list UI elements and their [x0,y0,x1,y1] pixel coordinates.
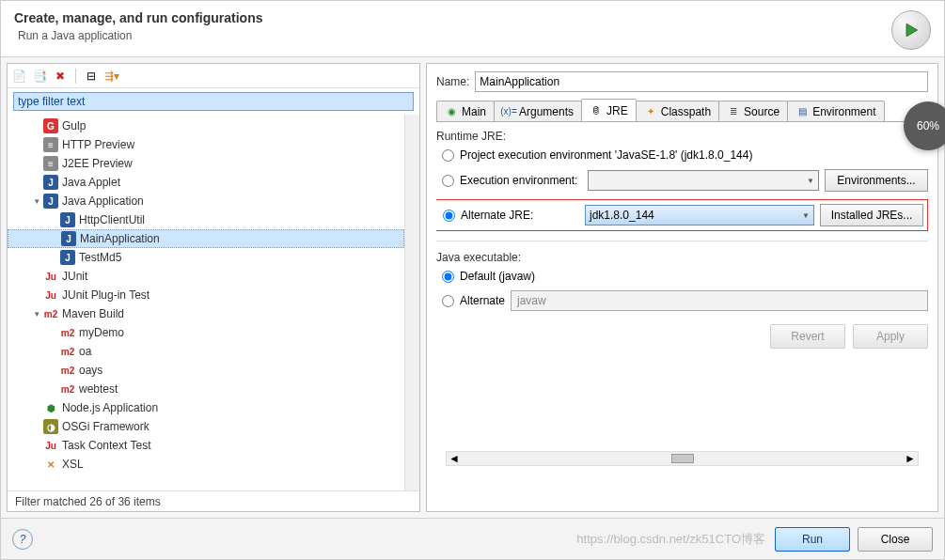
dialog-header: Create, manage, and run configurations R… [1,1,944,57]
tree-node-mainapplication[interactable]: JMainApplication [8,229,404,248]
tree-node-oays[interactable]: m2oays [8,361,404,380]
name-row: Name: [436,71,928,92]
tree-wrap: GGulp≡HTTP Preview≡J2EE PreviewJJava App… [8,115,419,490]
tree-node-xsl[interactable]: ✕XSL [8,455,404,474]
apply-button[interactable]: Apply [853,324,928,349]
revert-button[interactable]: Revert [770,324,845,349]
radio-alt-exec-label: Alternate [460,294,505,307]
chevron-down-icon: ▼ [802,211,810,220]
tree-node-gulp[interactable]: GGulp [8,117,404,135]
close-button[interactable]: Close [858,527,933,552]
duplicate-config-icon[interactable]: 📑 [32,69,47,84]
node-label: J2EE Preview [62,157,133,170]
radio-exec-env[interactable]: Execution environment: ▼ Environments... [436,169,928,192]
expand-icon [30,138,43,151]
radio-alt-jre-label: Alternate JRE: [461,209,579,222]
tree-node-node-js-application[interactable]: ⬢Node.js Application [8,398,404,417]
help-icon[interactable]: ? [12,529,33,550]
node-label: MainApplication [80,232,160,245]
new-config-icon[interactable]: 📄 [11,69,26,84]
tab-source[interactable]: ≣Source [718,101,788,121]
body-split: 📄 📑 ✖ ⊟ ⇶▾ GGulp≡HTTP Preview≡J2EE Previ… [1,57,944,518]
node-type-icon: Ju [43,438,58,453]
tab-jre[interactable]: 🛢JRE [581,99,637,121]
expand-icon[interactable]: ▾ [30,194,43,208]
configurations-panel: 📄 📑 ✖ ⊟ ⇶▾ GGulp≡HTTP Preview≡J2EE Previ… [7,63,420,512]
tab-main[interactable]: ◉Main [436,101,495,121]
detail-button-row: Revert Apply [436,319,928,349]
node-type-icon: G [43,118,58,133]
tree-node-junit[interactable]: JuJUnit [8,267,404,286]
delete-config-icon[interactable]: ✖ [53,69,68,84]
tree-node-osgi-framework[interactable]: ◑OSGi Framework [8,417,404,436]
node-label: TestMd5 [79,251,121,264]
dialog-footer: ? https://blog.csdn.net/zk51CTO博客 Run Cl… [1,518,944,559]
tree-node-mydemo[interactable]: m2myDemo [8,323,404,342]
tree-node-http-preview[interactable]: ≡HTTP Preview [8,135,404,154]
filter-icon[interactable]: ⇶▾ [104,69,119,84]
alt-jre-combo[interactable]: jdk1.8.0_144▼ [585,205,814,226]
node-label: Node.js Application [62,401,158,414]
run-configurations-dialog: Create, manage, and run configurations R… [0,0,945,560]
tab-environment[interactable]: ▤Environment [787,101,884,121]
tab-arguments[interactable]: (x)=Arguments [494,101,582,121]
tree-node-junit-plug-in-test[interactable]: JuJUnit Plug-in Test [8,286,404,304]
scroll-right-icon[interactable]: ► [905,452,916,465]
node-label: Task Context Test [62,439,151,452]
radio-alt-exec-input[interactable] [442,295,454,307]
tree-node-httpclientutil[interactable]: JHttpClientUtil [8,210,404,229]
tab-classpath[interactable]: ✦Classpath [636,101,719,121]
node-type-icon: J [60,212,75,227]
expand-icon [30,270,43,283]
installed-jres-button[interactable]: Installed JREs... [820,204,923,226]
filter-input[interactable] [13,92,414,111]
expand-icon [30,119,43,132]
radio-alt-exec[interactable]: Alternate [436,290,928,311]
node-label: oa [79,345,91,358]
expand-icon[interactable]: ▾ [30,307,43,320]
node-type-icon: m2 [60,381,75,397]
scroll-thumb[interactable] [671,454,694,463]
node-label: webtest [79,382,118,396]
node-label: XSL [62,458,84,471]
tree-node-j2ee-preview[interactable]: ≡J2EE Preview [8,154,404,173]
node-label: Gulp [62,119,86,132]
alternate-jre-highlight: Alternate JRE: jdk1.8.0_144▼ Installed J… [436,199,928,231]
collapse-all-icon[interactable]: ⊟ [84,69,99,84]
expand-icon [30,157,43,170]
tree-scrollbar[interactable] [404,115,419,490]
tree-node-java-applet[interactable]: JJava Applet [8,173,404,192]
name-input[interactable] [475,71,928,92]
radio-default-exec[interactable]: Default (javaw) [436,270,928,283]
expand-icon [30,401,43,414]
chevron-down-icon: ▼ [807,177,814,185]
tree-node-testmd5[interactable]: JTestMd5 [8,248,404,267]
jre-icon: 🛢 [590,105,603,117]
radio-alt-jre[interactable]: Alternate JRE: jdk1.8.0_144▼ Installed J… [437,204,923,226]
expand-icon [47,382,60,396]
node-type-icon: m2 [60,325,75,340]
tree-node-webtest[interactable]: m2webtest [8,380,404,398]
runtime-jre-label: Runtime JRE: [436,130,928,143]
play-icon: ◉ [445,106,458,117]
radio-default-exec-input[interactable] [442,271,454,283]
expand-icon [47,213,60,226]
header-text: Create, manage, and run configurations R… [14,10,263,42]
exec-env-combo: ▼ [588,170,819,191]
tree-node-task-context-test[interactable]: JuTask Context Test [8,436,404,455]
horizontal-scrollbar[interactable]: ◄ ► [446,451,919,466]
scroll-left-icon[interactable]: ◄ [449,452,460,465]
tree-node-oa[interactable]: m2oa [8,342,404,361]
radio-project-env[interactable]: Project execution environment 'JavaSE-1.… [436,148,928,162]
radio-project-env-input[interactable] [442,149,454,162]
tree-node-java-application[interactable]: ▾JJava Application [8,192,404,210]
radio-alt-jre-input[interactable] [443,210,455,222]
config-detail-panel: Name: ◉Main (x)=Arguments 🛢JRE ✦Classpat… [426,63,938,512]
radio-exec-env-input[interactable] [442,175,454,187]
config-tree[interactable]: GGulp≡HTTP Preview≡J2EE PreviewJJava App… [8,115,404,490]
run-button[interactable]: Run [775,527,850,552]
radio-project-env-label: Project execution environment 'JavaSE-1.… [460,148,752,162]
toolbar-separator [75,69,76,84]
tree-node-maven-build[interactable]: ▾m2Maven Build [8,304,404,323]
environments-button[interactable]: Environments... [825,169,928,192]
